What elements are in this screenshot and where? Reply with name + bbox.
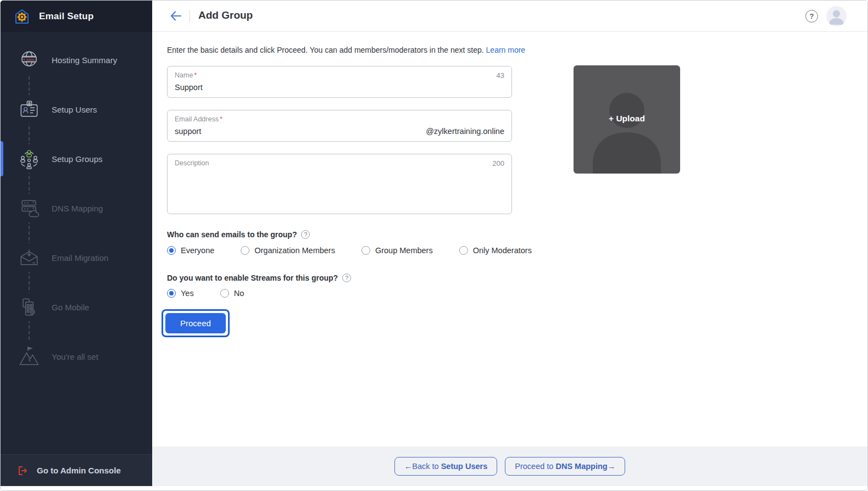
enable-streams-question: Do you want to enable Streams for this g… <box>167 274 351 282</box>
sidebar-item-label: DNS Mapping <box>52 204 103 213</box>
id-card-icon <box>17 95 41 124</box>
proceed-annotation-box: Proceed <box>162 309 230 337</box>
name-char-counter: 43 <box>497 71 504 80</box>
radio-yes[interactable]: Yes <box>167 289 194 298</box>
app-window: Email Setup www Hosting Summary <box>0 0 868 491</box>
email-setup-logo-icon <box>13 7 31 26</box>
radio-organization-members[interactable]: Organization Members <box>241 246 335 255</box>
description-char-counter: 200 <box>492 159 504 168</box>
sidebar-item-label: Go Mobile <box>52 303 89 312</box>
sidebar-item-youre-all-set[interactable]: You're all set <box>1 332 152 381</box>
radio-circle[interactable] <box>361 246 370 255</box>
sidebar: Email Setup www Hosting Summary <box>1 1 152 486</box>
go-to-admin-console-link[interactable]: Go to Admin Console <box>1 454 152 486</box>
upload-label: + Upload <box>574 114 680 124</box>
radio-no[interactable]: No <box>220 289 244 298</box>
globe-icon: www <box>17 46 41 74</box>
wizard-footer: ←Back to Setup Users Proceed to DNS Mapp… <box>152 447 867 486</box>
sidebar-item-label: Setup Users <box>52 105 97 114</box>
sidebar-item-label: Hosting Summary <box>52 55 117 65</box>
email-value: support <box>175 127 201 136</box>
sidebar-item-label: You're all set <box>52 352 98 361</box>
user-avatar[interactable] <box>826 6 847 26</box>
help-icon[interactable]: ? <box>805 10 818 23</box>
back-to-setup-users-button[interactable]: ←Back to Setup Users <box>394 457 498 476</box>
radio-only-moderators[interactable]: Only Moderators <box>459 246 532 255</box>
send-emails-question: Who can send emails to the group? ? <box>167 230 310 239</box>
proceed-button[interactable]: Proceed <box>165 313 226 333</box>
add-group-form: Enter the basic details and click Procee… <box>152 32 867 447</box>
help-icon[interactable]: ? <box>342 274 351 282</box>
active-step-indicator <box>1 141 3 176</box>
group-photo-upload[interactable]: + Upload <box>574 65 680 174</box>
instruction-text: Enter the basic details and click Procee… <box>167 46 525 54</box>
mail-download-icon <box>17 243 41 272</box>
page-title: Add Group <box>198 9 253 21</box>
help-icon[interactable]: ? <box>301 230 310 239</box>
send-emails-radio-group: Everyone Organization Members Group Memb… <box>167 246 532 255</box>
sidebar-title: Email Setup <box>39 11 94 22</box>
mobile-icon <box>17 293 41 321</box>
name-label: Name* <box>175 71 197 79</box>
description-placeholder: Description <box>175 159 209 167</box>
sidebar-item-go-mobile[interactable]: Go Mobile <box>1 282 152 332</box>
sidebar-item-email-migration[interactable]: Email Migration <box>1 233 152 282</box>
back-arrow-icon[interactable] <box>168 8 183 26</box>
sidebar-item-setup-groups[interactable]: Setup Groups <box>1 134 152 183</box>
server-cloud-icon <box>17 194 41 222</box>
sidebar-item-setup-users[interactable]: Setup Users <box>1 85 152 134</box>
group-email-field[interactable]: Email Address* support @zylkertraining.o… <box>167 110 512 142</box>
radio-circle[interactable] <box>241 246 249 255</box>
sidebar-item-dns-mapping[interactable]: DNS Mapping <box>1 183 152 233</box>
radio-group-members[interactable]: Group Members <box>361 246 433 255</box>
mountain-flag-icon <box>17 342 41 371</box>
radio-circle[interactable] <box>459 246 468 255</box>
svg-text:www: www <box>26 58 35 62</box>
required-asterisk: * <box>220 115 222 123</box>
radio-circle[interactable] <box>167 289 176 298</box>
email-domain: @zylkertraining.online <box>426 127 504 136</box>
description-field[interactable]: Description 200 <box>167 154 512 214</box>
instruction-body: Enter the basic details and click Procee… <box>167 46 484 54</box>
enable-streams-radio-group: Yes No <box>167 289 244 298</box>
sidebar-item-label: Email Migration <box>52 253 108 263</box>
sidebar-item-label: Setup Groups <box>52 154 103 164</box>
header-divider <box>190 10 190 23</box>
email-label: Email Address* <box>175 115 222 123</box>
radio-circle[interactable] <box>220 289 229 298</box>
sidebar-item-hosting-summary[interactable]: www Hosting Summary <box>1 35 152 85</box>
group-name-field[interactable]: Name* 43 Support <box>167 66 512 98</box>
radio-everyone[interactable]: Everyone <box>167 246 214 255</box>
group-icon <box>17 144 41 173</box>
go-to-admin-console-label: Go to Admin Console <box>37 466 121 475</box>
exit-icon <box>17 465 28 476</box>
name-value: Support <box>175 83 203 92</box>
page-header: Add Group ? <box>152 1 867 32</box>
proceed-to-dns-mapping-button[interactable]: Proceed to DNS Mapping→ <box>505 457 625 476</box>
radio-circle[interactable] <box>167 246 176 255</box>
setup-steps-nav: www Hosting Summary <box>1 35 152 381</box>
sidebar-header: Email Setup <box>1 1 152 32</box>
learn-more-link[interactable]: Learn more <box>486 46 526 54</box>
required-asterisk: * <box>194 71 197 79</box>
